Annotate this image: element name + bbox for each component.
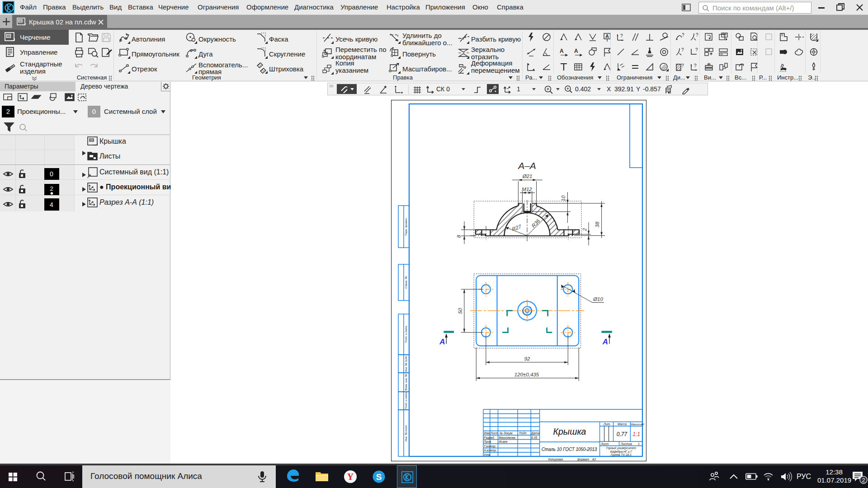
svg-text:Справ. №: Справ. №: [405, 276, 407, 289]
svg-text:2: 2: [862, 477, 865, 483]
svg-text:Копировал: Копировал: [548, 458, 563, 461]
svg-text:2: 2: [50, 185, 53, 192]
svg-text:Утв.: Утв.: [483, 453, 491, 456]
svg-text:Масса: Масса: [618, 422, 627, 426]
svg-text:Подп.: Подп.: [519, 432, 527, 435]
svg-text:Пров.: Пров.: [484, 440, 492, 444]
svg-text:А3: А3: [592, 458, 596, 461]
svg-text:0,77: 0,77: [617, 431, 628, 437]
svg-text:0: 0: [50, 170, 53, 178]
svg-text:Взам. инв. №: Взам. инв. №: [405, 374, 407, 391]
svg-text:Лит.: Лит.: [603, 422, 611, 426]
svg-text:S: S: [376, 472, 382, 482]
svg-text:Ø21: Ø21: [522, 174, 533, 179]
svg-text:А: А: [439, 338, 445, 346]
svg-text:10: 10: [561, 195, 566, 201]
svg-text:Лист: Лист: [600, 442, 609, 446]
svg-text:8: 8: [456, 235, 462, 238]
svg-text:Сталь 10 ГОСТ 1050-2013: Сталь 10 ГОСТ 1050-2013: [542, 447, 597, 452]
svg-text:Изм.: Изм.: [484, 432, 491, 435]
svg-text:Группа ТХ-18-1: Группа ТХ-18-1: [611, 453, 632, 457]
svg-text:Подп. и дата: Подп. и дата: [405, 392, 407, 409]
svg-text:Y: Y: [347, 472, 354, 482]
svg-text:Н.контр.: Н.контр.: [484, 449, 497, 452]
svg-text:Машолкова: Машолкова: [499, 436, 515, 439]
svg-text:Подп. и дата: Подп. и дата: [405, 326, 407, 343]
svg-text:А: А: [602, 338, 608, 346]
svg-text:Инв. № подл.: Инв. № подл.: [405, 425, 407, 441]
svg-text:2: 2: [582, 228, 587, 231]
svg-text:1: 1: [638, 442, 640, 446]
svg-text:М12: М12: [522, 187, 532, 192]
svg-text:Т.контр.: Т.контр.: [484, 445, 496, 448]
svg-text:120±0,435: 120±0,435: [514, 372, 539, 377]
svg-text:Дата: Дата: [531, 432, 539, 435]
svg-text:Ø10: Ø10: [593, 296, 603, 302]
svg-text:50: 50: [458, 308, 463, 314]
svg-text:Исаев: Исаев: [499, 440, 508, 443]
svg-text:Перв. примен.: Перв. примен.: [405, 218, 407, 236]
svg-text:6.05: 6.05: [531, 436, 537, 439]
svg-text:А–А: А–А: [517, 160, 536, 171]
svg-text:92: 92: [524, 356, 530, 361]
svg-text:38: 38: [594, 221, 600, 227]
svg-text:Листов: Листов: [620, 442, 632, 446]
svg-text:4: 4: [50, 201, 53, 208]
svg-text:Лист: Лист: [490, 432, 499, 435]
svg-text:Масштаб: Масштаб: [631, 422, 644, 426]
svg-text:1:1: 1:1: [632, 431, 640, 437]
svg-text:формат: формат: [577, 458, 590, 461]
svg-text:Разраб.: Разраб.: [484, 436, 495, 440]
svg-text:Крышка: Крышка: [553, 427, 586, 436]
svg-text:№ докум.: № докум.: [500, 432, 513, 435]
svg-text:Инв. № дубл.: Инв. № дубл.: [405, 356, 407, 372]
